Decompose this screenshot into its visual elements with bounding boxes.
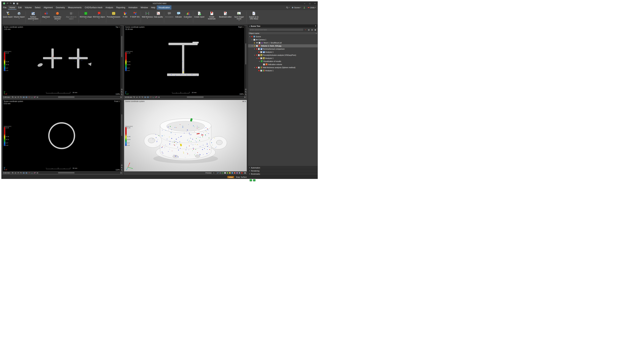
zoom-out-icon[interactable] bbox=[245, 94, 247, 95]
slice-step-icon[interactable]: ⇅ bbox=[12, 172, 14, 174]
porosity-inclusion-button[interactable]: Porosity/inclusion▾ bbox=[107, 10, 121, 24]
tree-item-scene[interactable]: ▾ Scene bbox=[248, 35, 318, 38]
menu-file[interactable]: File bbox=[2, 5, 8, 10]
surface-determination-button[interactable]: Surface determination▾ bbox=[26, 10, 40, 24]
curve-tool-icon[interactable]: ◡ bbox=[31, 172, 33, 174]
view-option-icon-b[interactable]: ▤ bbox=[244, 100, 246, 102]
slice-canvas-right[interactable]: Scene coordinate system 10.39 mm Right 1… bbox=[124, 26, 245, 96]
rotate-slice-icon[interactable]: ↻ bbox=[20, 172, 22, 174]
undo-icon[interactable]: ↶ bbox=[7, 2, 9, 4]
slice-step-icon[interactable]: ⇅ bbox=[133, 96, 135, 98]
render-preset-icon-7[interactable] bbox=[239, 172, 240, 174]
tree-item-analysis-nominal[interactable]: ✓ Analysis 1 bbox=[248, 50, 318, 54]
brightness-icon[interactable]: ☀ bbox=[17, 96, 19, 98]
menu-home[interactable]: Home bbox=[8, 5, 17, 10]
tree-column-header[interactable]: Object name ▴ bbox=[248, 32, 318, 35]
stop-render-icon[interactable] bbox=[241, 172, 243, 174]
expander-icon[interactable]: ▾ bbox=[256, 58, 258, 59]
maximize-button[interactable]: □ bbox=[309, 2, 311, 4]
save-icon[interactable] bbox=[13, 2, 15, 4]
pages-view-icon[interactable]: ▥ bbox=[26, 172, 28, 174]
vertical-scrollbar[interactable] bbox=[245, 26, 247, 96]
brightness-icon[interactable]: ☀ bbox=[17, 172, 19, 174]
slice-scrollbar[interactable]: ◀ ▶ bbox=[158, 96, 246, 98]
pin-icon[interactable] bbox=[315, 25, 317, 27]
pan-icon[interactable] bbox=[121, 164, 123, 166]
bookmark-editor-button[interactable]: Bookmark editor bbox=[219, 10, 232, 24]
tree-item-visualization-results[interactable]: ▾ Visualization of results bbox=[248, 60, 318, 63]
menu-select[interactable]: Select bbox=[33, 5, 42, 10]
expander-icon[interactable]: ▾ bbox=[254, 67, 255, 68]
volume-import-button[interactable]: Volume import▾ bbox=[13, 10, 25, 24]
scroll-left-icon[interactable]: ◀ bbox=[37, 172, 38, 174]
roi-from-object-button[interactable]: ROI from object▾ bbox=[93, 10, 106, 24]
create-report-button[interactable]: Create report bbox=[194, 10, 205, 24]
pan-icon[interactable] bbox=[121, 88, 123, 90]
create-bookmark-button[interactable]: Create bookmark bbox=[205, 10, 219, 24]
scroll-left-icon[interactable]: ◀ bbox=[158, 96, 160, 98]
scene-selector[interactable]: Scene ▾ bbox=[292, 6, 301, 8]
export-qdas-button[interactable]: Export as Q-DAS file(s) bbox=[247, 10, 261, 24]
rotate-slice-icon[interactable]: ↻ bbox=[20, 96, 22, 98]
lock-icon[interactable] bbox=[253, 45, 256, 47]
slice-canvas-front[interactable]: Scene coordinate system 0.53 mm Front 1 … bbox=[3, 100, 121, 171]
visibility-checkbox[interactable]: ✓ bbox=[256, 45, 258, 47]
close-button[interactable]: × bbox=[314, 2, 316, 4]
zoom-out-icon[interactable] bbox=[121, 94, 123, 95]
p203-button[interactable]: P 203 bbox=[121, 10, 130, 24]
geometry-element-button[interactable]: Geometry element▾ bbox=[51, 10, 64, 24]
tree-item-nominal-actual[interactable]: ▾ Nominal/actual comparison bbox=[248, 48, 318, 50]
menu-animation[interactable]: Animation bbox=[127, 5, 139, 10]
expander-icon[interactable]: ▾ bbox=[251, 45, 253, 47]
render-preset-icon-6[interactable] bbox=[236, 172, 238, 174]
section-automation[interactable]: ▸ Automation bbox=[248, 166, 318, 169]
redo-icon[interactable]: ↷ bbox=[10, 2, 12, 4]
minimize-button[interactable]: – bbox=[303, 2, 306, 4]
brightness-icon[interactable]: ☀ bbox=[139, 96, 141, 98]
detach-view-icon[interactable]: ▣ bbox=[244, 172, 246, 174]
scroll-right-icon[interactable]: ▶ bbox=[120, 172, 122, 174]
menu-visualization[interactable]: Visualization bbox=[157, 5, 171, 10]
menu-analysis[interactable]: Analysis bbox=[104, 5, 115, 10]
render-canvas-3d[interactable]: Scene coordinate system ▣ ▤ Volume [mm³]… bbox=[124, 100, 247, 171]
zoom-in-icon[interactable] bbox=[121, 167, 123, 168]
scene-tree-header[interactable]: ◂ Scene Tree bbox=[248, 24, 318, 28]
vscroll-thumb[interactable] bbox=[121, 36, 122, 57]
visibility-checkbox[interactable] bbox=[258, 48, 260, 50]
visibility-checkbox[interactable]: ✓ bbox=[260, 70, 262, 72]
expander-icon[interactable]: ▾ bbox=[254, 54, 255, 56]
vscroll-thumb[interactable] bbox=[245, 44, 246, 64]
scroll-right-icon[interactable]: ▶ bbox=[120, 96, 122, 98]
collapse-all-icon[interactable]: ▥ bbox=[311, 29, 313, 31]
tree-item-camera[interactable]: ▸ Camera 1 bbox=[248, 38, 318, 41]
tree-item-analysis-wall[interactable]: ✓ Analysis 1 bbox=[248, 69, 318, 72]
sort-icon[interactable]: ▴ bbox=[316, 32, 317, 34]
visibility-checkbox[interactable] bbox=[258, 66, 260, 68]
pick-pencil-icon[interactable] bbox=[217, 172, 219, 174]
rotate-slice-icon[interactable]: ↻ bbox=[141, 96, 143, 98]
zoom-in-icon[interactable] bbox=[121, 91, 123, 93]
render-preset-icon-2[interactable] bbox=[227, 172, 228, 174]
visibility-checkbox[interactable] bbox=[253, 39, 255, 41]
clear-slice-icon[interactable]: × bbox=[150, 96, 152, 98]
tree-item-analysis-porosity[interactable]: ▾ ✓ Analysis 1 bbox=[248, 57, 318, 60]
annotate-pencil-icon[interactable] bbox=[34, 96, 36, 98]
render-preset-icon-1[interactable] bbox=[224, 172, 226, 174]
p202-p201-button[interactable]: P 202/P 201 bbox=[130, 10, 140, 24]
curve-tool-icon[interactable]: ◡ bbox=[31, 96, 33, 98]
tree-item-indication-volume[interactable]: ✓ Indication volume bbox=[248, 63, 318, 66]
wall-thickness-button[interactable]: Wall thickness▾ bbox=[141, 10, 153, 24]
roi-from-shape-button[interactable]: ROI from shape▾ bbox=[79, 10, 93, 24]
vertical-scrollbar[interactable] bbox=[121, 26, 123, 96]
save-image-movie-button[interactable]: Save image/ movie▾ bbox=[232, 10, 246, 24]
oblique-slice-icon[interactable]: ⌀ bbox=[136, 96, 138, 98]
clear-search-icon[interactable]: × bbox=[304, 29, 307, 31]
eye-icon[interactable] bbox=[256, 42, 258, 44]
menu-edit[interactable]: Edit bbox=[17, 5, 23, 10]
pan-icon[interactable] bbox=[219, 172, 221, 174]
visibility-checkbox[interactable]: ✓ bbox=[260, 51, 262, 53]
pages-view-icon[interactable]: ▥ bbox=[26, 96, 28, 98]
tree-item-volume[interactable]: ▾ ✓ Volume 1: hwm_410.jpg bbox=[248, 44, 318, 48]
slice-canvas-top[interactable]: Scene coordinate system 1.05 mm Top 1 Vo… bbox=[3, 26, 121, 96]
pan-icon[interactable] bbox=[245, 88, 247, 90]
